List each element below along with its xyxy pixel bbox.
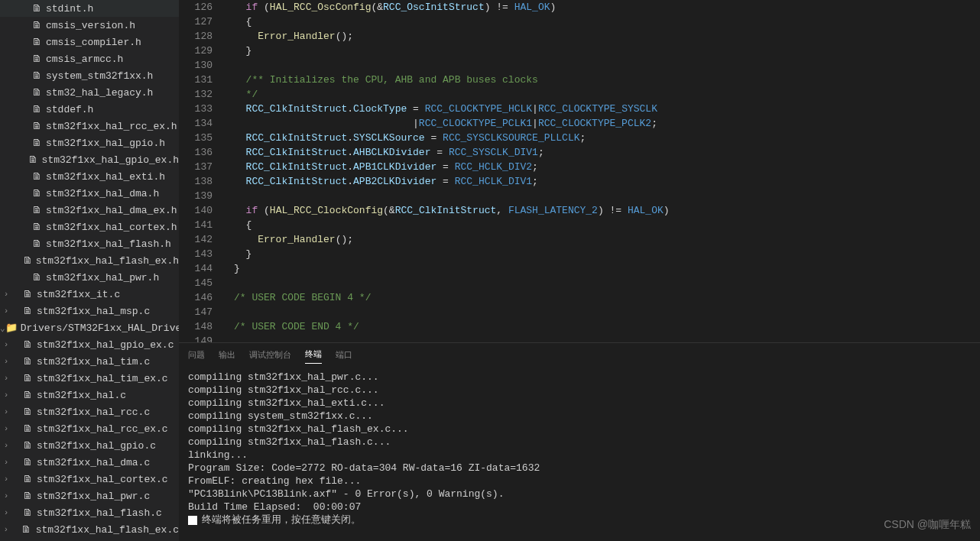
code-line[interactable]: RCC_ClkInitStruct.APB2CLKDivider = RCC_H… xyxy=(225,174,980,189)
file-item[interactable]: ›🗎stm32f1xx_hal_dma.c xyxy=(0,454,179,471)
file-label: stm32f1xx_hal_rcc.c xyxy=(37,407,150,418)
file-item[interactable]: 🗎stm32f1xx_hal_dma_ex.h xyxy=(0,202,179,219)
line-number: 139 xyxy=(179,189,213,203)
file-item[interactable]: 🗎stm32f1xx_hal_pwr.h xyxy=(0,269,179,286)
file-item[interactable]: 🗎stm32f1xx_hal_rcc_ex.h xyxy=(0,118,179,134)
file-item[interactable]: 🗎system_stm32f1xx.h xyxy=(0,67,179,84)
file-label: stm32f1xx_hal_flash_ex.h xyxy=(36,255,179,267)
code-line[interactable]: } xyxy=(225,44,980,58)
tab-output[interactable]: 输出 xyxy=(219,346,235,364)
line-number: 144 xyxy=(179,261,213,276)
terminal-line: compiling stm32f1xx_hal_pwr.c... xyxy=(188,371,971,384)
file-label: stm32f1xx_hal.c xyxy=(37,390,126,401)
file-item[interactable]: ›🗎stm32f1xx_hal_rcc_ex.c xyxy=(0,420,179,437)
code-line[interactable]: } xyxy=(225,261,980,276)
code-line[interactable]: RCC_ClkInitStruct.APB1CLKDivider = RCC_H… xyxy=(225,160,980,174)
code-line[interactable]: Error_Handler(); xyxy=(225,232,980,247)
line-number: 133 xyxy=(179,102,213,116)
code-line[interactable]: RCC_ClkInitStruct.ClockType = RCC_CLOCKT… xyxy=(225,102,980,116)
file-item[interactable]: 🗎stm32f1xx_hal_dma.h xyxy=(0,185,179,202)
terminal-line: Program Size: Code=2772 RO-data=304 RW-d… xyxy=(188,462,971,475)
file-item[interactable]: ›🗎stm32f1xx_hal_flash.c xyxy=(0,504,179,521)
file-item[interactable]: ›🗎stm32f1xx_hal_pwr.c xyxy=(0,488,179,504)
code-line[interactable] xyxy=(225,276,980,290)
file-item[interactable]: 🗎stm32f1xx_hal_gpio.h xyxy=(0,134,179,151)
file-icon: 🗎 xyxy=(31,238,43,250)
chevron-icon: › xyxy=(0,424,12,433)
terminal-reuse-message: 终端将被任务重用，按任意键关闭。 xyxy=(188,513,971,526)
file-icon: 🗎 xyxy=(28,154,38,166)
file-item[interactable]: 🗎stm32f1xx_hal_gpio_ex.h xyxy=(0,151,179,168)
code-line[interactable]: Error_Handler(); xyxy=(225,29,980,44)
code-line[interactable]: { xyxy=(225,218,980,232)
code-line[interactable]: /** Initializes the CPU, AHB and APB bus… xyxy=(225,73,980,87)
file-item[interactable]: 🗎stdint.h xyxy=(0,0,179,17)
file-label: stm32f1xx_hal_gpio_ex.h xyxy=(42,154,179,166)
file-label: stm32f1xx_hal_flash.h xyxy=(46,238,171,250)
code-line[interactable]: RCC_ClkInitStruct.SYSCLKSource = RCC_SYS… xyxy=(225,131,980,145)
code-line[interactable] xyxy=(225,334,980,342)
file-item[interactable]: ›🗎stm32f1xx_hal_gpio_ex.c xyxy=(0,336,179,353)
file-item[interactable]: ›🗎stm32f1xx_hal.c xyxy=(0,387,179,403)
terminal-line: linking... xyxy=(188,449,971,462)
file-item[interactable]: 🗎cmsis_compiler.h xyxy=(0,34,179,50)
file-icon: 🗎 xyxy=(31,37,43,48)
tab-problems[interactable]: 问题 xyxy=(188,346,205,364)
chevron-icon: › xyxy=(0,357,12,366)
tab-ports[interactable]: 端口 xyxy=(336,346,352,364)
line-number: 143 xyxy=(179,247,213,261)
chevron-icon: › xyxy=(0,390,12,400)
code-line[interactable]: { xyxy=(225,15,980,29)
file-item[interactable]: 🗎stm32f1xx_hal_cortex.h xyxy=(0,219,179,235)
file-label: stm32f1xx_hal_cortex.h xyxy=(46,222,177,233)
file-item[interactable]: 🗎stm32f1xx_hal_flash_ex.h xyxy=(0,252,179,269)
file-item[interactable]: ›🗎stm32f1xx_it.c xyxy=(0,286,179,303)
code-line[interactable]: if (HAL_RCC_ClockConfig(&RCC_ClkInitStru… xyxy=(225,203,980,218)
file-label: stm32f1xx_hal_dma.h xyxy=(46,188,159,199)
file-item[interactable]: ›🗎stm32f1xx_hal_exti.c xyxy=(0,538,179,541)
file-item[interactable]: 🗎stm32f1xx_hal_exti.h xyxy=(0,168,179,185)
file-label: stm32f1xx_hal_rcc_ex.c xyxy=(37,423,168,435)
file-item[interactable]: ›🗎stm32f1xx_hal_tim.c xyxy=(0,353,179,370)
file-label: stm32_hal_legacy.h xyxy=(46,87,153,99)
file-label: stm32f1xx_hal_rcc_ex.h xyxy=(46,121,177,132)
file-item[interactable]: 🗎stm32f1xx_hal_flash.h xyxy=(0,235,179,252)
tab-debug-console[interactable]: 调试控制台 xyxy=(249,346,291,364)
bottom-panel: 问题 输出 调试控制台 终端 端口 compiling stm32f1xx_ha… xyxy=(179,342,980,541)
line-number: 142 xyxy=(179,232,213,247)
code-line[interactable]: /* USER CODE BEGIN 4 */ xyxy=(225,290,980,305)
file-item[interactable]: 🗎cmsis_version.h xyxy=(0,17,179,34)
code-line[interactable]: } xyxy=(225,247,980,261)
chevron-icon: › xyxy=(0,525,12,534)
file-item[interactable]: ›🗎stm32f1xx_hal_gpio.c xyxy=(0,437,179,454)
code-line[interactable]: if (HAL_RCC_OscConfig(&RCC_OscInitStruct… xyxy=(225,0,980,15)
file-item[interactable]: 🗎stddef.h xyxy=(0,101,179,118)
file-icon: 🗎 xyxy=(31,188,43,199)
terminal-output[interactable]: compiling stm32f1xx_hal_pwr.c...compilin… xyxy=(179,366,980,541)
file-explorer-sidebar[interactable]: 🗎stdint.h🗎cmsis_version.h🗎cmsis_compiler… xyxy=(0,0,179,541)
code-line[interactable]: */ xyxy=(225,87,980,102)
file-item[interactable]: ›🗎stm32f1xx_hal_flash_ex.c xyxy=(0,521,179,538)
code-line[interactable]: /* USER CODE END 4 */ xyxy=(225,319,980,334)
file-icon: 🗎 xyxy=(23,255,33,267)
tab-terminal[interactable]: 终端 xyxy=(305,345,322,364)
code-line[interactable]: RCC_ClkInitStruct.AHBCLKDivider = RCC_SY… xyxy=(225,145,980,160)
code-line[interactable]: |RCC_CLOCKTYPE_PCLK1|RCC_CLOCKTYPE_PCLK2… xyxy=(225,116,980,131)
folder-item[interactable]: ⌄📁Drivers/STM32F1xx_HAL_Driver xyxy=(0,319,179,336)
file-item[interactable]: 🗎stm32_hal_legacy.h xyxy=(0,84,179,101)
line-number: 135 xyxy=(179,131,213,145)
file-icon: 🗎 xyxy=(21,440,34,452)
terminal-line: FromELF: creating hex file... xyxy=(188,475,971,488)
code-content[interactable]: if (HAL_RCC_OscConfig(&RCC_OscInitStruct… xyxy=(225,0,980,342)
file-item[interactable]: ›🗎stm32f1xx_hal_tim_ex.c xyxy=(0,370,179,387)
file-item[interactable]: ›🗎stm32f1xx_hal_cortex.c xyxy=(0,471,179,488)
code-line[interactable] xyxy=(225,58,980,73)
code-line[interactable] xyxy=(225,189,980,203)
code-editor[interactable]: 1261271281291301311321331341351361371381… xyxy=(179,0,980,342)
terminal-line: Build Time Elapsed: 00:00:07 xyxy=(188,501,971,513)
file-label: stm32f1xx_hal_pwr.c xyxy=(37,491,150,502)
file-item[interactable]: 🗎cmsis_armcc.h xyxy=(0,50,179,67)
file-item[interactable]: ›🗎stm32f1xx_hal_rcc.c xyxy=(0,403,179,420)
file-item[interactable]: ›🗎stm32f1xx_hal_msp.c xyxy=(0,303,179,319)
code-line[interactable] xyxy=(225,305,980,319)
